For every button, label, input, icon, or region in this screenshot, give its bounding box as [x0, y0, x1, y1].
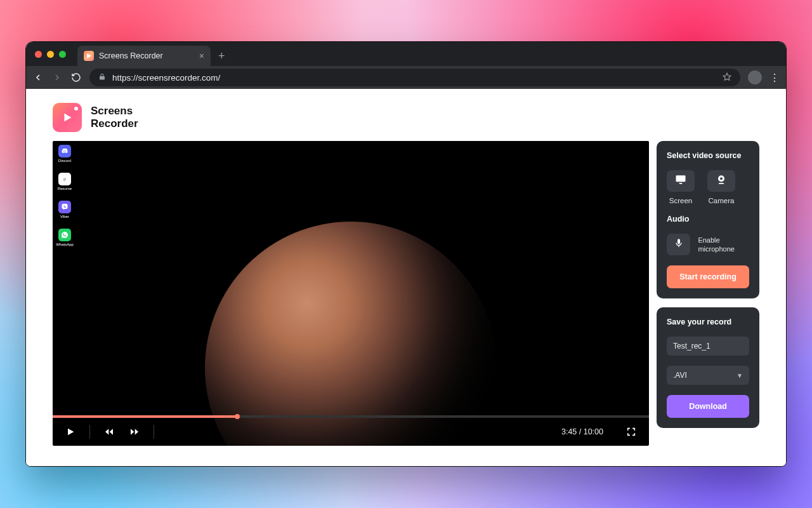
desktop-icon-label: Resume — [58, 187, 72, 190]
brand-line1: Screens — [91, 105, 138, 117]
whatsapp-icon — [58, 229, 71, 241]
window-maximize-button[interactable] — [59, 51, 66, 58]
download-button[interactable]: Download — [667, 395, 749, 418]
tab-favicon — [84, 51, 94, 61]
svg-marker-5 — [110, 429, 113, 434]
svg-rect-8 — [676, 175, 686, 182]
desktop-icon-label: WhatsApp — [56, 243, 74, 246]
source-screen[interactable]: Screen — [667, 170, 695, 204]
filename-input[interactable] — [667, 337, 749, 356]
desktop-icon-label: Discord — [58, 159, 71, 163]
save-panel-title: Save your record — [667, 318, 749, 326]
browser-window: Screens Recorder × + https://screensreco… — [25, 41, 787, 467]
progress-handle[interactable] — [235, 414, 240, 419]
start-recording-button[interactable]: Start recording — [667, 265, 749, 288]
chevron-down-icon: ▼ — [737, 372, 743, 379]
browser-toolbar: https://screensrecorder.com/ ⋮ — [26, 66, 786, 89]
separator — [154, 425, 154, 439]
time-label: 3:45 / 10:00 — [561, 427, 603, 436]
browser-tab[interactable]: Screens Recorder × — [77, 46, 211, 66]
profile-avatar[interactable] — [748, 70, 762, 84]
brand-logo — [53, 103, 82, 132]
format-select[interactable]: .AVI ▼ — [667, 366, 749, 385]
wallpaper-planet — [205, 222, 497, 446]
rewind-button[interactable] — [103, 425, 115, 438]
desktop-icon-label: Viber — [60, 215, 69, 218]
desktop-icon[interactable]: Viber — [56, 201, 73, 218]
svg-marker-6 — [131, 429, 134, 434]
url-text: https://screensrecorder.com/ — [112, 73, 716, 83]
window-close-button[interactable] — [35, 51, 42, 58]
fast-forward-button[interactable] — [128, 425, 141, 438]
window-minimize-button[interactable] — [47, 51, 54, 58]
svg-marker-7 — [135, 429, 138, 434]
viber-icon — [58, 201, 71, 213]
svg-marker-3 — [68, 429, 74, 436]
nav-back-button[interactable] — [32, 72, 44, 83]
progress-track[interactable] — [53, 415, 649, 418]
discord-icon — [58, 145, 71, 157]
microphone-toggle[interactable] — [667, 234, 690, 255]
tab-close-icon[interactable]: × — [199, 51, 204, 61]
svg-point-11 — [720, 177, 723, 180]
brand-line2: Recorder — [91, 117, 138, 130]
page-content: Screens Recorder DiscordResumeViberWhats… — [26, 89, 786, 466]
resume-icon — [58, 173, 71, 185]
fullscreen-button[interactable] — [625, 425, 638, 438]
video-preview: DiscordResumeViberWhatsApp — [53, 141, 649, 446]
save-panel: Save your record .AVI ▼ Download — [657, 307, 759, 428]
video-controls: 3:45 / 10:00 — [53, 415, 649, 446]
progress-fill — [53, 415, 237, 418]
play-button[interactable] — [64, 425, 77, 438]
bookmark-star-icon[interactable] — [723, 72, 731, 83]
tab-title: Screens Recorder — [99, 51, 163, 60]
brand-header: Screens Recorder — [53, 103, 759, 132]
svg-marker-4 — [105, 429, 108, 434]
source-screen-label: Screen — [669, 197, 692, 204]
webcam-icon — [715, 173, 728, 189]
desktop-icons: DiscordResumeViberWhatsApp — [56, 145, 73, 246]
download-label: Download — [689, 402, 727, 411]
separator — [89, 425, 90, 439]
browser-menu-icon[interactable]: ⋮ — [769, 72, 780, 84]
microphone-label: Enable microphone — [698, 236, 749, 254]
format-value: .AVI — [673, 371, 687, 380]
source-camera[interactable]: Camera — [707, 170, 735, 204]
svg-rect-13 — [678, 239, 680, 244]
reload-button[interactable] — [70, 72, 82, 83]
source-panel: Select video source Screen — [657, 141, 759, 298]
lock-icon — [98, 73, 106, 83]
brand-title: Screens Recorder — [91, 105, 138, 130]
audio-head: Audio — [667, 215, 749, 224]
desktop-icon[interactable]: WhatsApp — [56, 229, 73, 246]
svg-rect-12 — [719, 183, 724, 184]
desktop-icon[interactable]: Discord — [56, 145, 73, 163]
address-bar[interactable]: https://screensrecorder.com/ — [89, 69, 740, 86]
source-camera-label: Camera — [709, 197, 735, 204]
start-recording-label: Start recording — [679, 272, 737, 281]
nav-forward-button[interactable] — [51, 72, 63, 83]
monitor-icon — [674, 173, 688, 189]
source-panel-title: Select video source — [667, 151, 749, 160]
svg-marker-2 — [64, 114, 71, 122]
svg-marker-0 — [87, 53, 91, 58]
microphone-icon — [674, 237, 684, 252]
window-traffic-lights — [32, 42, 77, 66]
svg-marker-1 — [723, 73, 731, 80]
new-tab-button[interactable]: + — [211, 46, 233, 66]
tab-strip: Screens Recorder × + — [26, 42, 786, 66]
desktop-icon[interactable]: Resume — [56, 173, 73, 190]
svg-rect-9 — [679, 183, 683, 184]
